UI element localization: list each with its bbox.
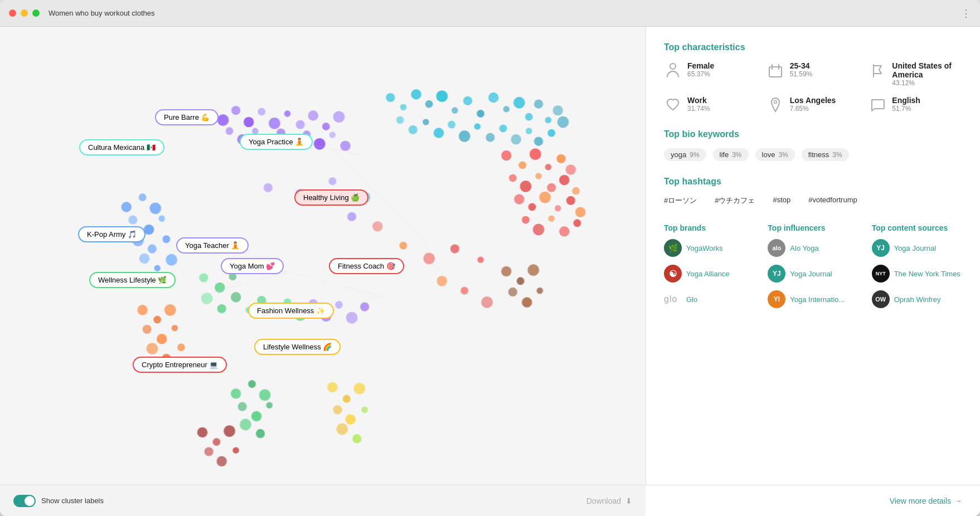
- influencers-column: Top influencers alo Alo Yoga YJ Yoga Jou…: [768, 223, 858, 316]
- svg-point-83: [166, 254, 177, 266]
- char-female-label: Female: [687, 61, 714, 70]
- svg-point-99: [240, 419, 251, 431]
- influencer-yoga-international[interactable]: YI Yoga Internatio...: [768, 290, 858, 308]
- brands-title: Top brands: [664, 223, 754, 232]
- svg-point-20: [459, 130, 470, 142]
- svg-point-139: [231, 292, 241, 302]
- svg-point-60: [322, 123, 330, 130]
- svg-point-134: [199, 273, 208, 282]
- minimize-button[interactable]: [21, 9, 28, 17]
- char-female-value: 65.37%: [687, 70, 714, 78]
- yoga-journal-src-logo: YJ: [872, 239, 890, 257]
- view-more-button[interactable]: View more details→: [890, 496, 962, 505]
- svg-point-24: [511, 134, 521, 144]
- char-age: 25-34 51.59%: [766, 61, 860, 87]
- svg-point-54: [244, 117, 254, 127]
- svg-point-9: [503, 106, 510, 113]
- glo-logo: glo: [664, 290, 682, 308]
- brand-glo[interactable]: glo Glo: [664, 290, 754, 308]
- char-language-value: 51.7%: [892, 105, 920, 113]
- hashtag-2: #ウチカフェ: [715, 196, 755, 206]
- source-oprah[interactable]: OW Oprah Winfrey: [872, 290, 962, 308]
- source-nyt[interactable]: NYT The New York Times: [872, 265, 962, 283]
- alo-yoga-name: Alo Yoga: [790, 244, 818, 252]
- svg-point-147: [335, 301, 343, 309]
- bottom-bar-left: Show cluster labels Download ⬇: [0, 485, 646, 516]
- svg-point-49: [548, 215, 555, 222]
- svg-point-88: [157, 334, 167, 344]
- char-location-label: Los Angeles: [790, 96, 836, 105]
- svg-line-157: [174, 262, 203, 298]
- oprah-name: Oprah Winfrey: [894, 295, 941, 304]
- svg-point-55: [258, 108, 265, 116]
- menu-dots-icon[interactable]: ⋮: [961, 7, 971, 20]
- brand-yogaworks[interactable]: 🌿 YogaWorks: [664, 239, 754, 257]
- svg-point-23: [499, 125, 507, 133]
- traffic-lights: [9, 9, 40, 17]
- svg-point-15: [396, 116, 404, 124]
- close-button[interactable]: [9, 9, 16, 17]
- svg-point-124: [359, 192, 371, 203]
- svg-point-94: [248, 380, 256, 388]
- svg-point-63: [237, 134, 247, 144]
- source-yoga-journal[interactable]: YJ Yoga Journal: [872, 239, 962, 257]
- brand-yoga-alliance[interactable]: ☯ Yoga Alliance: [664, 265, 754, 283]
- svg-point-39: [559, 175, 569, 185]
- svg-point-78: [132, 235, 144, 246]
- keyword-life-text: life: [720, 150, 729, 159]
- char-location-value: 7.65%: [790, 105, 836, 113]
- svg-point-34: [566, 164, 576, 174]
- svg-point-117: [527, 264, 539, 276]
- svg-point-58: [295, 120, 304, 129]
- svg-point-119: [522, 297, 532, 307]
- maximize-button[interactable]: [32, 9, 40, 17]
- svg-line-154: [416, 246, 468, 300]
- svg-point-38: [547, 183, 556, 192]
- titlebar: Women who buy workout clothes ⋮: [0, 0, 980, 27]
- svg-point-51: [573, 219, 581, 227]
- svg-point-72: [121, 202, 131, 212]
- svg-point-127: [399, 242, 407, 250]
- svg-point-4: [436, 90, 448, 102]
- bottom-spacer: [664, 329, 962, 361]
- view-more-arrow-icon: →: [954, 496, 962, 505]
- svg-point-19: [448, 121, 455, 129]
- top-hashtags-title: Top hashtags: [664, 177, 962, 187]
- yoga-journal-src-name: Yoga Journal: [894, 244, 936, 252]
- influencer-yoga-journal[interactable]: YJ Yoga Journal: [768, 265, 858, 283]
- svg-point-81: [139, 254, 149, 264]
- svg-point-59: [308, 110, 318, 120]
- svg-point-163: [774, 101, 777, 104]
- svg-point-69: [314, 138, 326, 150]
- svg-point-87: [143, 325, 152, 334]
- svg-point-75: [128, 215, 137, 224]
- svg-point-111: [224, 425, 235, 437]
- keyword-yoga-text: yoga: [671, 150, 686, 159]
- hashtag-1: #ローソン: [664, 196, 697, 206]
- svg-point-74: [149, 202, 161, 214]
- svg-point-16: [409, 125, 418, 134]
- chat-icon: [869, 96, 886, 114]
- svg-point-79: [148, 244, 157, 253]
- svg-point-86: [164, 304, 176, 316]
- bio-keywords-list: yoga 9% life 3% love 3% fitness 3%: [664, 148, 962, 161]
- svg-point-144: [294, 309, 306, 321]
- bio-keywords-title: Top bio keywords: [664, 129, 962, 139]
- window-title: Women who buy workout clothes: [48, 9, 155, 17]
- svg-point-91: [162, 354, 171, 363]
- svg-point-85: [153, 316, 161, 324]
- char-country-label: United States of America: [892, 61, 962, 79]
- download-button[interactable]: Download ⬇: [586, 496, 632, 505]
- svg-point-93: [231, 388, 241, 398]
- svg-point-149: [360, 302, 369, 311]
- svg-point-140: [245, 307, 252, 314]
- influencer-alo-yoga[interactable]: alo Alo Yoga: [768, 239, 858, 257]
- svg-point-110: [212, 438, 220, 446]
- svg-point-68: [303, 130, 311, 138]
- svg-rect-159: [769, 67, 782, 77]
- svg-point-62: [226, 127, 234, 135]
- keyword-yoga-pct: 9%: [690, 151, 699, 159]
- heart-icon: [664, 96, 682, 114]
- right-panel: Top characteristics Female 65.37%: [646, 27, 980, 516]
- show-cluster-labels-toggle[interactable]: [13, 495, 36, 507]
